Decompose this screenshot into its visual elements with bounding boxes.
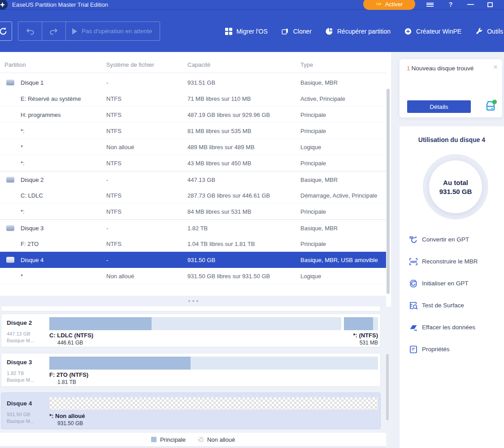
filesystem-value: NTFS <box>106 95 122 102</box>
legend-unallocated: Non alloué <box>198 436 235 443</box>
details-button[interactable]: Détails <box>407 100 471 113</box>
partition-block-f-2to[interactable] <box>49 357 378 370</box>
table-row-partition[interactable]: *Non alloué931.50 GB libres sur 931.50 G… <box>0 268 386 284</box>
close-icon[interactable]: × <box>493 63 498 72</box>
migrate-os-button[interactable]: Migrer l'OS <box>225 28 268 35</box>
redo-button[interactable] <box>42 22 66 40</box>
filesystem-value: - <box>106 224 108 231</box>
disk-icon <box>6 177 14 182</box>
table-row-disk[interactable]: Disque 3-1.82 TBBasique, MBR <box>0 220 386 236</box>
capacity-value: 931.51 GB <box>187 79 215 86</box>
partition-name: *: <box>21 159 25 166</box>
table-row-partition[interactable]: F: 2TONTFS1.04 TB libres sur 1.81 TBPrin… <box>0 236 386 252</box>
play-icon <box>72 28 77 34</box>
help-icon[interactable]: ? <box>446 0 456 9</box>
operation-group: Pas d'opération en attente <box>18 22 160 41</box>
table-body: Disque 1-931.51 GBBasique, MBRE: Réservé… <box>0 74 386 284</box>
table-row-partition[interactable]: C: LDLCNTFS287.73 GB libres sur 446.61 G… <box>0 187 386 203</box>
column-capacity: Capacité <box>187 61 210 68</box>
table-row-disk[interactable]: Disque 4-931.50 GBBasique, MBR, USB amov… <box>0 252 386 268</box>
toolbar: Pas d'opération en attente Migrer l'OS C… <box>0 10 504 52</box>
table-row-partition[interactable]: *:NTFS84 MB libres sur 531 MBPrincipale <box>0 203 386 220</box>
column-type: Type <box>300 61 313 68</box>
type-value: Principale <box>300 127 326 134</box>
table-row-partition[interactable]: H: programmesNTFS487.19 GB libres sur 92… <box>0 107 386 123</box>
type-value: Active, Principale <box>300 95 345 102</box>
action-init-gpt[interactable]: Initialiser en GPT <box>400 272 504 294</box>
action-wipe-data[interactable]: Effacer les données <box>400 316 504 338</box>
action-properties[interactable]: Propriétés <box>400 338 504 360</box>
disk-size: 1.82 TB <box>7 370 24 376</box>
convert-gpt-icon: M <box>408 235 418 245</box>
maximize-icon[interactable] <box>485 0 495 9</box>
disk-map-disk4[interactable]: Disque 4 931.50 GB Basique M... *: Non a… <box>1 392 381 429</box>
window-title: EaseUS Partition Master Trial Edition <box>12 1 108 8</box>
disk-bus: Basique M... <box>7 338 34 343</box>
right-panel: 1Nouveau disque trouvé × Détails Utilisa… <box>391 52 504 448</box>
capacity-value: 81 MB libres sur 535 MB <box>187 127 251 134</box>
table-row-disk[interactable]: Disque 2-447.13 GBBasique, MBR <box>0 171 386 187</box>
table-row-partition[interactable]: *:NTFS43 MB libres sur 450 MBPrincipale <box>0 155 386 171</box>
recover-partition-icon <box>325 27 333 35</box>
new-disk-drive-icon[interactable] <box>482 98 499 114</box>
capacity-value: 1.04 TB libres sur 1.81 TB <box>187 240 255 247</box>
refresh-icon <box>0 26 8 36</box>
type-value: Basique, MBR <box>300 79 338 86</box>
recover-partition-button[interactable]: Récupérer partition <box>325 27 391 35</box>
type-value: Principale <box>300 240 326 247</box>
type-value: Principale <box>300 208 326 215</box>
disk-usage-panel: Utilisation du disque 4 Au total 931.50 … <box>400 126 504 448</box>
undo-button[interactable] <box>18 22 42 40</box>
notification-message: 1Nouveau disque trouvé <box>407 65 474 72</box>
table-scrollbar[interactable] <box>387 89 390 294</box>
panel-splitter-handle[interactable] <box>0 296 386 306</box>
unallocated-swatch <box>198 437 204 442</box>
partition-name: * <box>21 143 23 150</box>
partition-block-c-ldlc[interactable] <box>49 317 341 330</box>
disk-name: Disque 2 <box>7 319 32 326</box>
type-value: Logique <box>300 143 321 150</box>
minimize-icon[interactable] <box>465 0 475 9</box>
table-row-partition[interactable]: E: Réservé au systèmeNTFS71 MB libres su… <box>0 90 386 107</box>
title-bar: EaseUS Partition Master Trial Edition Ac… <box>0 0 504 10</box>
tools-icon <box>475 27 483 35</box>
usage-total-value: 931.50 GB <box>439 188 472 195</box>
action-surface-test[interactable]: Test de Surface <box>400 294 504 316</box>
partition-size: 531 MB <box>353 340 378 346</box>
disk-map-disk2[interactable]: Disque 2 447.13 GB Basique M... C: LDLC … <box>1 314 381 347</box>
easeus-partition-master-window: EaseUS Partition Master Trial Edition Ac… <box>0 0 504 448</box>
refresh-button[interactable] <box>0 22 12 41</box>
action-rebuild-mbr[interactable]: MBR Reconstruire le MBR <box>400 250 504 272</box>
new-disk-notification: 1Nouveau disque trouvé × Détails <box>400 59 502 117</box>
table-row-partition[interactable]: *Non alloué489 MB libres sur 489 MBLogiq… <box>0 139 386 155</box>
filesystem-value: NTFS <box>106 111 122 118</box>
disk-map-disk3[interactable]: Disque 3 1.82 TB Basique M... F: 2TO (NT… <box>1 353 381 387</box>
partition-name: *: <box>21 208 25 215</box>
capacity-value: 931.50 GB libres sur 931.50 GB <box>187 272 270 279</box>
tools-button[interactable]: Outils <box>475 27 503 35</box>
capacity-value: 43 MB libres sur 450 MB <box>187 159 251 166</box>
pending-operations[interactable]: Pas d'opération en attente <box>66 22 160 40</box>
table-row-partition[interactable]: *:NTFS81 MB libres sur 535 MBPrincipale <box>0 123 386 139</box>
partition-name: * <box>21 272 23 279</box>
table-row-disk[interactable]: Disque 1-931.51 GBBasique, MBR <box>0 74 386 90</box>
partition-name: C: LDLC <box>21 192 43 198</box>
app-logo-icon <box>0 0 8 10</box>
activate-button[interactable]: Activer <box>363 0 415 10</box>
disk-map-scrollbar[interactable] <box>386 354 389 420</box>
menu-icon[interactable] <box>425 0 435 9</box>
partition-block-star-ntfs[interactable] <box>344 317 378 330</box>
properties-icon <box>408 345 418 354</box>
disk-bus: Basique M... <box>7 377 34 383</box>
disk-actions-list: M Convertir en GPT MBR Reconstruire le M… <box>400 228 504 360</box>
disk-name: Disque 4 <box>7 400 32 407</box>
partition-block-unallocated[interactable] <box>49 397 378 410</box>
partition-name: H: programmes <box>21 111 61 118</box>
action-convert-gpt[interactable]: M Convertir en GPT <box>400 228 504 250</box>
filesystem-value: NTFS <box>106 208 122 215</box>
column-partition: Partition <box>4 61 26 68</box>
winpe-creator-button[interactable]: Créateur WinPE <box>404 27 461 35</box>
clone-button[interactable]: Cloner <box>281 27 312 35</box>
disk-icon <box>6 257 14 263</box>
partition-label: F: 2TO (NTFS) <box>49 371 88 378</box>
